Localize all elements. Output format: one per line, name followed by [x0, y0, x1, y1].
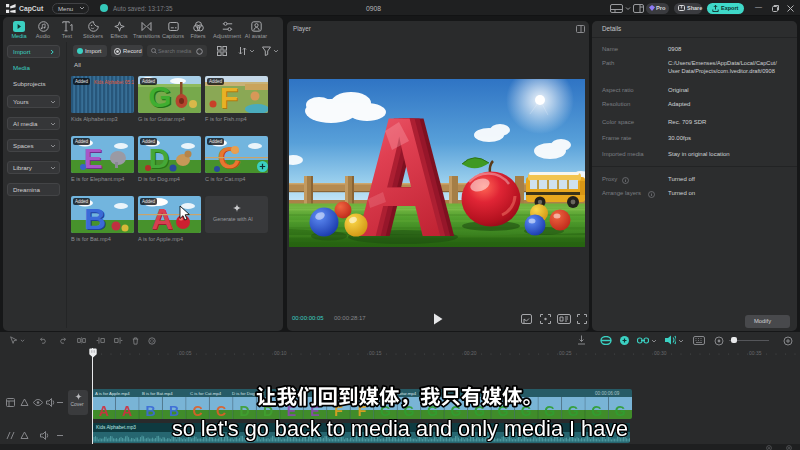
svg-text:A: A	[355, 82, 443, 247]
svg-text:E: E	[84, 143, 103, 173]
svg-text:A: A	[151, 202, 173, 233]
svg-text:D: D	[149, 143, 169, 173]
svg-text:F: F	[220, 81, 238, 113]
svg-text:B: B	[84, 202, 106, 233]
svg-text:Kids Alphabet 05:1: Kids Alphabet 05:1	[94, 80, 134, 85]
